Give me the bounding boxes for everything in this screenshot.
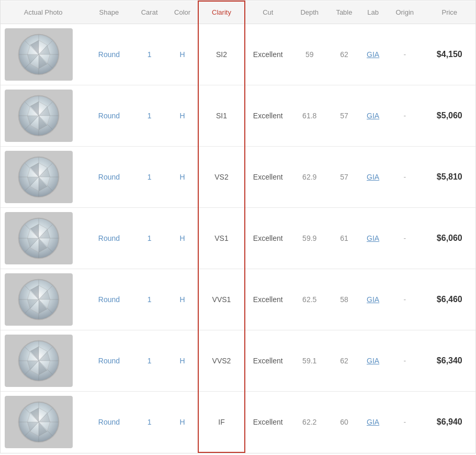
cell-price: $6,340 (424, 330, 475, 392)
diamond-photo-cell (1, 208, 86, 269)
cell-origin: - (386, 208, 424, 269)
cell-price: $5,060 (424, 85, 475, 147)
cell-depth: 61.8 (291, 85, 328, 147)
cell-color: H (167, 392, 199, 453)
cell-shape: Round (86, 330, 132, 392)
diamond-photo-cell (1, 269, 86, 330)
table-row: Round 1 H VS2 Excellent 62.9 57 GIA - $5… (1, 147, 475, 208)
cell-origin: - (386, 269, 424, 330)
cell-depth: 62.2 (291, 392, 328, 453)
col-header-clarity: Clarity (198, 1, 244, 24)
col-header-photo: Actual Photo (1, 1, 86, 24)
cell-carat: 1 (132, 392, 167, 453)
diamond-photo-cell (1, 85, 86, 147)
table-row: Round 1 H SI2 Excellent 59 62 GIA - $4,1… (1, 24, 475, 85)
cell-carat: 1 (132, 330, 167, 392)
cell-origin: - (386, 392, 424, 453)
cell-table: 61 (328, 208, 360, 269)
cell-cut: Excellent (245, 392, 291, 453)
cell-table: 62 (328, 330, 360, 392)
cell-shape: Round (86, 269, 132, 330)
col-header-color: Color (167, 1, 199, 24)
cell-origin: - (386, 24, 424, 85)
cell-price: $6,460 (424, 269, 475, 330)
cell-carat: 1 (132, 147, 167, 208)
cell-cut: Excellent (245, 24, 291, 85)
cell-cut: Excellent (245, 269, 291, 330)
cell-carat: 1 (132, 85, 167, 147)
cell-clarity: VVS2 (198, 330, 244, 392)
cell-shape: Round (86, 24, 132, 85)
diamond-image (5, 28, 73, 81)
cell-color: H (167, 330, 199, 392)
cell-carat: 1 (132, 269, 167, 330)
cell-lab[interactable]: GIA (360, 330, 386, 392)
cell-origin: - (386, 330, 424, 392)
col-header-origin: Origin (386, 1, 424, 24)
cell-color: H (167, 85, 199, 147)
cell-price: $4,150 (424, 24, 475, 85)
col-header-price: Price (424, 1, 475, 24)
cell-color: H (167, 147, 199, 208)
col-header-lab: Lab (360, 1, 386, 24)
diamond-image (5, 90, 73, 142)
cell-table: 58 (328, 269, 360, 330)
cell-lab[interactable]: GIA (360, 147, 386, 208)
cell-price: $6,940 (424, 392, 475, 453)
cell-shape: Round (86, 85, 132, 147)
cell-clarity: IF (198, 392, 244, 453)
cell-table: 60 (328, 392, 360, 453)
col-header-shape: Shape (86, 1, 132, 24)
cell-table: 62 (328, 24, 360, 85)
cell-lab[interactable]: GIA (360, 85, 386, 147)
diamond-photo-cell (1, 24, 86, 85)
col-header-table: Table (328, 1, 360, 24)
diamond-image (5, 151, 73, 203)
diamond-photo-cell (1, 392, 86, 453)
table-row: Round 1 H VS1 Excellent 59.9 61 GIA - $6… (1, 208, 475, 269)
cell-clarity: VVS1 (198, 269, 244, 330)
cell-shape: Round (86, 147, 132, 208)
col-header-depth: Depth (291, 1, 328, 24)
table-row: Round 1 H VVS1 Excellent 62.5 58 GIA - $… (1, 269, 475, 330)
cell-price: $5,810 (424, 147, 475, 208)
cell-lab[interactable]: GIA (360, 208, 386, 269)
cell-shape: Round (86, 208, 132, 269)
cell-carat: 1 (132, 24, 167, 85)
cell-lab[interactable]: GIA (360, 392, 386, 453)
cell-cut: Excellent (245, 208, 291, 269)
diamond-table: Actual Photo Shape Carat Color Clarity C… (0, 0, 476, 453)
cell-origin: - (386, 85, 424, 147)
table-row: Round 1 H VVS2 Excellent 59.1 62 GIA - $… (1, 330, 475, 392)
diamond-image (5, 335, 73, 387)
cell-cut: Excellent (245, 85, 291, 147)
cell-table: 57 (328, 147, 360, 208)
cell-depth: 59.9 (291, 208, 328, 269)
cell-cut: Excellent (245, 147, 291, 208)
diamond-image (5, 212, 73, 264)
cell-price: $6,060 (424, 208, 475, 269)
cell-origin: - (386, 147, 424, 208)
cell-color: H (167, 208, 199, 269)
col-header-cut: Cut (245, 1, 291, 24)
cell-clarity: VS1 (198, 208, 244, 269)
cell-clarity: SI2 (198, 24, 244, 85)
cell-depth: 59 (291, 24, 328, 85)
table-row: Round 1 H SI1 Excellent 61.8 57 GIA - $5… (1, 85, 475, 147)
diamond-photo-cell (1, 147, 86, 208)
cell-lab[interactable]: GIA (360, 24, 386, 85)
table-row: Round 1 H IF Excellent 62.2 60 GIA - $6,… (1, 392, 475, 453)
cell-color: H (167, 269, 199, 330)
cell-color: H (167, 24, 199, 85)
cell-cut: Excellent (245, 330, 291, 392)
cell-clarity: VS2 (198, 147, 244, 208)
cell-depth: 62.9 (291, 147, 328, 208)
cell-lab[interactable]: GIA (360, 269, 386, 330)
cell-depth: 59.1 (291, 330, 328, 392)
diamond-photo-cell (1, 330, 86, 392)
cell-clarity: SI1 (198, 85, 244, 147)
diamond-image (5, 273, 73, 326)
col-header-carat: Carat (132, 1, 167, 24)
cell-table: 57 (328, 85, 360, 147)
cell-shape: Round (86, 392, 132, 453)
